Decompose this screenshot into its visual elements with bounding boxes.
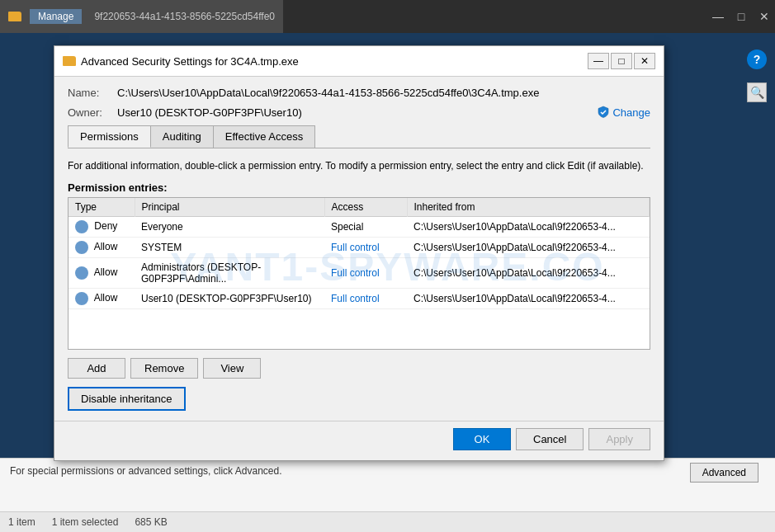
name-value: C:\Users\User10\AppData\Local\9f220653-4… (117, 87, 650, 99)
cell-type: Allow (69, 238, 135, 258)
col-principal: Principal (135, 198, 324, 217)
cell-access: Special (324, 217, 407, 238)
description-text: For additional information, double-click… (68, 158, 650, 173)
owner-value: User10 (DESKTOP-G0PF3PF\User10) (117, 106, 597, 119)
dialog: Advanced Security Settings for 3C4A.tmp.… (54, 45, 664, 461)
taskbar-maximize-button[interactable]: □ (730, 6, 752, 27)
item-count: 1 item (8, 516, 35, 528)
dialog-title: Advanced Security Settings for 3C4A.tmp.… (81, 55, 299, 68)
taskbar-manage-label: Manage (30, 9, 82, 24)
user-icon (75, 220, 88, 233)
ok-button[interactable]: OK (453, 428, 511, 450)
tabs-row: Permissions Auditing Effective Access (68, 125, 650, 148)
taskbar-filename: 9f220653-44a1-4153-8566-5225cd54ffe0 (94, 11, 275, 22)
change-link[interactable]: Change (597, 106, 650, 119)
apply-button[interactable]: Apply (588, 428, 650, 450)
cell-type: Allow (69, 258, 135, 289)
search-button[interactable]: 🔍 (747, 82, 767, 102)
tab-permissions-label: Permissions (80, 130, 139, 143)
tab-effective-access-label: Effective Access (225, 130, 303, 143)
tab-auditing[interactable]: Auditing (150, 125, 214, 148)
tab-permissions[interactable]: Permissions (68, 125, 151, 148)
disable-inheritance-button[interactable]: Disable inheritance (68, 387, 186, 411)
dialog-footer: OK Cancel Apply (54, 421, 664, 460)
owner-label: Owner: (68, 106, 117, 119)
cell-access: Full control (324, 238, 407, 258)
background-explorer: For special permissions or advanced sett… (0, 458, 775, 532)
dialog-content: Name: C:\Users\User10\AppData\Local\9f22… (54, 77, 664, 421)
bg-description: For special permissions or advanced sett… (0, 459, 775, 483)
taskbar: Manage 9f220653-44a1-4153-8566-5225cd54f… (0, 0, 775, 33)
shield-icon (597, 106, 610, 119)
col-access: Access (324, 198, 407, 217)
dialog-maximize-button[interactable]: □ (611, 53, 632, 69)
table-row[interactable]: Deny Everyone Special C:\Users\User10\Ap… (69, 217, 650, 238)
cell-access: Full control (324, 289, 407, 309)
folder-icon (8, 12, 21, 21)
table-row[interactable]: Allow Administrators (DESKTOP-G0PF3PF\Ad… (69, 258, 650, 289)
dialog-titlebar: Advanced Security Settings for 3C4A.tmp.… (54, 46, 664, 77)
status-bar: 1 item 1 item selected 685 KB (0, 511, 775, 532)
tab-auditing-label: Auditing (163, 130, 201, 143)
permissions-table-container[interactable]: Type Principal Access Inherited from Den… (68, 197, 650, 350)
col-type: Type (69, 198, 135, 217)
cell-inherited: C:\Users\User10\AppData\Local\9f220653-4… (407, 289, 650, 309)
action-buttons: Add Remove View (68, 358, 650, 379)
owner-row: Owner: User10 (DESKTOP-G0PF3PF\User10) C… (68, 106, 650, 119)
taskbar-app[interactable]: Manage 9f220653-44a1-4153-8566-5225cd54f… (0, 0, 283, 33)
dialog-close-button[interactable]: ✕ (634, 53, 655, 69)
user-icon (75, 266, 88, 280)
table-header: Type Principal Access Inherited from (69, 198, 650, 217)
cell-principal: Everyone (135, 217, 324, 238)
add-button[interactable]: Add (68, 358, 125, 379)
user-icon (75, 292, 88, 305)
table-body: Deny Everyone Special C:\Users\User10\Ap… (69, 217, 650, 309)
cell-type: Deny (69, 217, 135, 238)
taskbar-controls: — □ ✕ (707, 6, 775, 27)
col-inherited: Inherited from (407, 198, 650, 217)
table-row[interactable]: Allow User10 (DESKTOP-G0PF3PF\User10) Fu… (69, 289, 650, 309)
taskbar-minimize-button[interactable]: — (707, 6, 729, 27)
cell-inherited: C:\Users\User10\AppData\Local\9f220653-4… (407, 238, 650, 258)
dialog-title-left: Advanced Security Settings for 3C4A.tmp.… (63, 55, 299, 68)
taskbar-close-button[interactable]: ✕ (754, 6, 775, 27)
name-row: Name: C:\Users\User10\AppData\Local\9f22… (68, 87, 650, 99)
file-size: 685 KB (135, 516, 167, 528)
dialog-win-controls: — □ ✕ (588, 53, 655, 69)
cancel-button[interactable]: Cancel (516, 428, 584, 450)
permissions-table: Type Principal Access Inherited from Den… (69, 198, 650, 309)
cell-access: Full control (324, 258, 407, 289)
dialog-minimize-button[interactable]: — (588, 53, 609, 69)
remove-button[interactable]: Remove (130, 358, 198, 379)
cell-type: Allow (69, 289, 135, 309)
name-label: Name: (68, 87, 117, 99)
cell-inherited: C:\Users\User10\AppData\Local\9f220653-4… (407, 217, 650, 238)
section-label: Permission entries: (68, 181, 650, 194)
dialog-folder-icon (63, 56, 76, 66)
cell-principal: Administrators (DESKTOP-G0PF3PF\Admini..… (135, 258, 324, 289)
table-row[interactable]: Allow SYSTEM Full control C:\Users\User1… (69, 238, 650, 258)
help-button[interactable]: ? (747, 49, 767, 69)
view-button[interactable]: View (203, 358, 261, 379)
cell-principal: User10 (DESKTOP-G0PF3PF\User10) (135, 289, 324, 309)
change-link-label: Change (612, 106, 650, 119)
user-icon (75, 241, 88, 254)
cell-principal: SYSTEM (135, 238, 324, 258)
items-selected: 1 item selected (52, 516, 119, 528)
advanced-button[interactable]: Advanced (690, 463, 758, 483)
tab-effective-access[interactable]: Effective Access (213, 125, 315, 148)
cell-inherited: C:\Users\User10\AppData\Local\9f220653-4… (407, 258, 650, 289)
